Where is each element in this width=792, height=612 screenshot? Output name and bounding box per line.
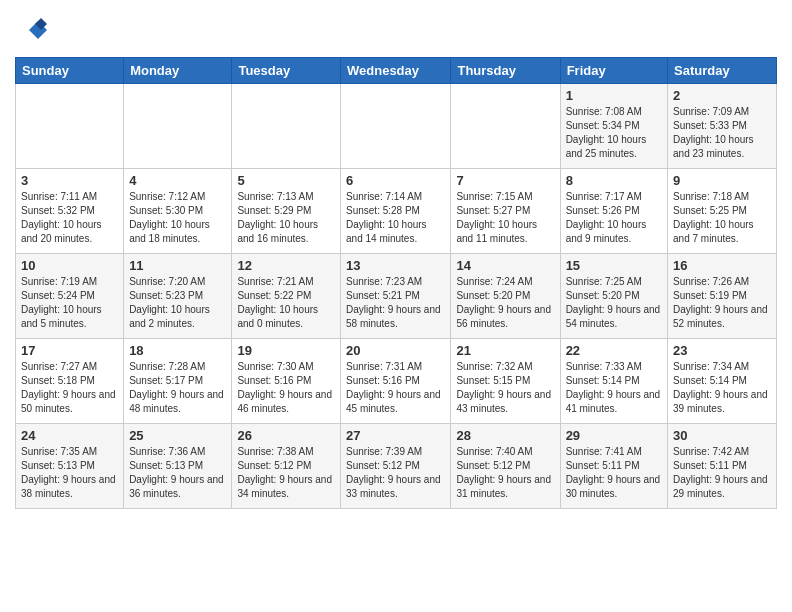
day-info: Sunrise: 7:13 AM Sunset: 5:29 PM Dayligh… — [237, 190, 335, 246]
calendar-cell: 29Sunrise: 7:41 AM Sunset: 5:11 PM Dayli… — [560, 424, 667, 509]
day-number: 28 — [456, 428, 554, 443]
day-number: 23 — [673, 343, 771, 358]
day-info: Sunrise: 7:14 AM Sunset: 5:28 PM Dayligh… — [346, 190, 445, 246]
day-number: 21 — [456, 343, 554, 358]
calendar-cell: 20Sunrise: 7:31 AM Sunset: 5:16 PM Dayli… — [341, 339, 451, 424]
day-info: Sunrise: 7:18 AM Sunset: 5:25 PM Dayligh… — [673, 190, 771, 246]
calendar-cell: 5Sunrise: 7:13 AM Sunset: 5:29 PM Daylig… — [232, 169, 341, 254]
day-info: Sunrise: 7:38 AM Sunset: 5:12 PM Dayligh… — [237, 445, 335, 501]
day-info: Sunrise: 7:19 AM Sunset: 5:24 PM Dayligh… — [21, 275, 118, 331]
calendar-cell: 12Sunrise: 7:21 AM Sunset: 5:22 PM Dayli… — [232, 254, 341, 339]
day-info: Sunrise: 7:09 AM Sunset: 5:33 PM Dayligh… — [673, 105, 771, 161]
calendar-cell — [232, 84, 341, 169]
day-info: Sunrise: 7:12 AM Sunset: 5:30 PM Dayligh… — [129, 190, 226, 246]
day-number: 18 — [129, 343, 226, 358]
day-number: 7 — [456, 173, 554, 188]
day-info: Sunrise: 7:41 AM Sunset: 5:11 PM Dayligh… — [566, 445, 662, 501]
day-info: Sunrise: 7:23 AM Sunset: 5:21 PM Dayligh… — [346, 275, 445, 331]
weekday-header-friday: Friday — [560, 58, 667, 84]
day-info: Sunrise: 7:39 AM Sunset: 5:12 PM Dayligh… — [346, 445, 445, 501]
day-info: Sunrise: 7:11 AM Sunset: 5:32 PM Dayligh… — [21, 190, 118, 246]
day-number: 6 — [346, 173, 445, 188]
day-info: Sunrise: 7:33 AM Sunset: 5:14 PM Dayligh… — [566, 360, 662, 416]
calendar-cell: 27Sunrise: 7:39 AM Sunset: 5:12 PM Dayli… — [341, 424, 451, 509]
day-number: 3 — [21, 173, 118, 188]
weekday-header-saturday: Saturday — [668, 58, 777, 84]
calendar-cell: 6Sunrise: 7:14 AM Sunset: 5:28 PM Daylig… — [341, 169, 451, 254]
day-number: 13 — [346, 258, 445, 273]
day-info: Sunrise: 7:32 AM Sunset: 5:15 PM Dayligh… — [456, 360, 554, 416]
day-info: Sunrise: 7:20 AM Sunset: 5:23 PM Dayligh… — [129, 275, 226, 331]
calendar-cell: 11Sunrise: 7:20 AM Sunset: 5:23 PM Dayli… — [124, 254, 232, 339]
day-info: Sunrise: 7:08 AM Sunset: 5:34 PM Dayligh… — [566, 105, 662, 161]
day-number: 5 — [237, 173, 335, 188]
calendar-cell — [451, 84, 560, 169]
day-info: Sunrise: 7:42 AM Sunset: 5:11 PM Dayligh… — [673, 445, 771, 501]
day-number: 15 — [566, 258, 662, 273]
day-number: 1 — [566, 88, 662, 103]
calendar-cell — [341, 84, 451, 169]
day-info: Sunrise: 7:28 AM Sunset: 5:17 PM Dayligh… — [129, 360, 226, 416]
day-number: 11 — [129, 258, 226, 273]
day-number: 26 — [237, 428, 335, 443]
day-info: Sunrise: 7:15 AM Sunset: 5:27 PM Dayligh… — [456, 190, 554, 246]
day-number: 2 — [673, 88, 771, 103]
calendar-cell: 10Sunrise: 7:19 AM Sunset: 5:24 PM Dayli… — [16, 254, 124, 339]
calendar-cell: 19Sunrise: 7:30 AM Sunset: 5:16 PM Dayli… — [232, 339, 341, 424]
page: SundayMondayTuesdayWednesdayThursdayFrid… — [0, 0, 792, 519]
day-info: Sunrise: 7:25 AM Sunset: 5:20 PM Dayligh… — [566, 275, 662, 331]
day-info: Sunrise: 7:40 AM Sunset: 5:12 PM Dayligh… — [456, 445, 554, 501]
calendar-cell: 3Sunrise: 7:11 AM Sunset: 5:32 PM Daylig… — [16, 169, 124, 254]
day-number: 30 — [673, 428, 771, 443]
calendar-cell: 18Sunrise: 7:28 AM Sunset: 5:17 PM Dayli… — [124, 339, 232, 424]
calendar-cell: 13Sunrise: 7:23 AM Sunset: 5:21 PM Dayli… — [341, 254, 451, 339]
day-number: 27 — [346, 428, 445, 443]
calendar: SundayMondayTuesdayWednesdayThursdayFrid… — [15, 57, 777, 509]
day-number: 10 — [21, 258, 118, 273]
calendar-cell — [16, 84, 124, 169]
calendar-cell: 2Sunrise: 7:09 AM Sunset: 5:33 PM Daylig… — [668, 84, 777, 169]
day-info: Sunrise: 7:30 AM Sunset: 5:16 PM Dayligh… — [237, 360, 335, 416]
day-info: Sunrise: 7:21 AM Sunset: 5:22 PM Dayligh… — [237, 275, 335, 331]
calendar-cell: 1Sunrise: 7:08 AM Sunset: 5:34 PM Daylig… — [560, 84, 667, 169]
header — [15, 10, 777, 49]
logo — [15, 15, 47, 49]
calendar-cell: 17Sunrise: 7:27 AM Sunset: 5:18 PM Dayli… — [16, 339, 124, 424]
weekday-header-sunday: Sunday — [16, 58, 124, 84]
day-number: 24 — [21, 428, 118, 443]
day-info: Sunrise: 7:17 AM Sunset: 5:26 PM Dayligh… — [566, 190, 662, 246]
day-info: Sunrise: 7:36 AM Sunset: 5:13 PM Dayligh… — [129, 445, 226, 501]
day-number: 9 — [673, 173, 771, 188]
weekday-header-wednesday: Wednesday — [341, 58, 451, 84]
calendar-cell: 26Sunrise: 7:38 AM Sunset: 5:12 PM Dayli… — [232, 424, 341, 509]
calendar-cell: 9Sunrise: 7:18 AM Sunset: 5:25 PM Daylig… — [668, 169, 777, 254]
day-info: Sunrise: 7:24 AM Sunset: 5:20 PM Dayligh… — [456, 275, 554, 331]
day-info: Sunrise: 7:26 AM Sunset: 5:19 PM Dayligh… — [673, 275, 771, 331]
calendar-cell: 30Sunrise: 7:42 AM Sunset: 5:11 PM Dayli… — [668, 424, 777, 509]
calendar-cell: 15Sunrise: 7:25 AM Sunset: 5:20 PM Dayli… — [560, 254, 667, 339]
day-number: 12 — [237, 258, 335, 273]
day-number: 19 — [237, 343, 335, 358]
calendar-cell: 7Sunrise: 7:15 AM Sunset: 5:27 PM Daylig… — [451, 169, 560, 254]
calendar-cell — [124, 84, 232, 169]
calendar-cell: 23Sunrise: 7:34 AM Sunset: 5:14 PM Dayli… — [668, 339, 777, 424]
logo-icon — [17, 15, 47, 45]
calendar-cell: 16Sunrise: 7:26 AM Sunset: 5:19 PM Dayli… — [668, 254, 777, 339]
day-number: 25 — [129, 428, 226, 443]
day-number: 29 — [566, 428, 662, 443]
day-number: 22 — [566, 343, 662, 358]
day-info: Sunrise: 7:34 AM Sunset: 5:14 PM Dayligh… — [673, 360, 771, 416]
day-number: 16 — [673, 258, 771, 273]
day-number: 14 — [456, 258, 554, 273]
calendar-cell: 8Sunrise: 7:17 AM Sunset: 5:26 PM Daylig… — [560, 169, 667, 254]
calendar-cell: 22Sunrise: 7:33 AM Sunset: 5:14 PM Dayli… — [560, 339, 667, 424]
calendar-cell: 28Sunrise: 7:40 AM Sunset: 5:12 PM Dayli… — [451, 424, 560, 509]
day-info: Sunrise: 7:27 AM Sunset: 5:18 PM Dayligh… — [21, 360, 118, 416]
day-info: Sunrise: 7:35 AM Sunset: 5:13 PM Dayligh… — [21, 445, 118, 501]
weekday-header-monday: Monday — [124, 58, 232, 84]
calendar-cell: 21Sunrise: 7:32 AM Sunset: 5:15 PM Dayli… — [451, 339, 560, 424]
day-number: 17 — [21, 343, 118, 358]
weekday-header-thursday: Thursday — [451, 58, 560, 84]
calendar-cell: 14Sunrise: 7:24 AM Sunset: 5:20 PM Dayli… — [451, 254, 560, 339]
calendar-cell: 25Sunrise: 7:36 AM Sunset: 5:13 PM Dayli… — [124, 424, 232, 509]
